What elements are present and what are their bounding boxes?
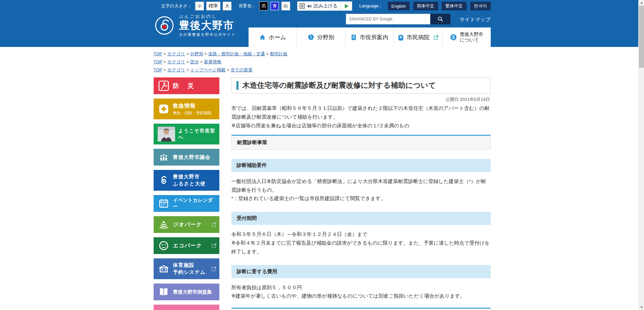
sidebar-label: 救急情報 救急・消防・市民病院 (173, 103, 212, 116)
sidebar-item-bousai[interactable]: 防 災 (154, 77, 219, 94)
read-aloud-label: 読み上げる (314, 3, 337, 9)
sidebar-label: イベントカレンダー (173, 197, 217, 210)
read-aloud-button[interactable]: 読み上げる (306, 2, 341, 10)
section-heading-kaishu: 耐震改修事業 (231, 308, 491, 310)
page-title: 木造住宅等の耐震診断及び耐震改修に対する補助について (236, 81, 486, 90)
breadcrumb-row-1: TOPカテゴリ分野別道路・都市計画・地籍・交通都市計画 (154, 50, 491, 58)
sidebar-item-event-calendar[interactable]: イベントカレンダー (154, 195, 219, 212)
ecopark-icon (158, 240, 170, 251)
evacuation-runner-icon (158, 80, 170, 91)
language-simplified-chinese-button[interactable]: 简体中文 (413, 2, 438, 10)
site-logo[interactable]: ぶんごおおのし 豊後大野市 大分県豊後大野市公式サイト (154, 13, 236, 37)
subsection-text: 令和３年５月６日（木）～令和３年１２月２４日（金）まで ※令和４年２月末までに完… (231, 230, 491, 256)
info-icon (308, 34, 314, 41)
breadcrumb-link[interactable]: カテゴリ (167, 59, 190, 64)
breadcrumb-row-3: TOPカテゴリトップページ掲載全ての新着 (154, 66, 491, 74)
site-tagline: 大分県豊後大野市公式サイト (179, 32, 236, 37)
sidebar-label: 体育施設 予約システム (173, 262, 206, 275)
sidebar-item-kyukyu[interactable]: 救急情報 救急・消防・市民病院 (154, 99, 219, 119)
subheading-hojo-yoken: 診断補助要件 (231, 159, 491, 172)
sidebar-label: ようこそ市長室へ (178, 128, 217, 140)
breadcrumb-link[interactable]: 都市計画 (270, 51, 287, 56)
bg-black-button[interactable]: 黒 (259, 2, 268, 10)
home-icon (259, 34, 266, 41)
text-size-small-button[interactable]: 小 (195, 2, 204, 10)
sidebar-item-gym-reservation[interactable]: 体育施設 予約システム (154, 258, 219, 279)
text-size-standard-button[interactable]: 標準 (206, 2, 220, 10)
sidebar-label: 豊後大野市例規集 (173, 289, 212, 295)
nav-item-cityhall[interactable]: 市役所案内 (345, 27, 394, 47)
sidebar-item-ecopark[interactable]: エコパーク (154, 237, 219, 254)
speaker-icon (307, 4, 312, 9)
nav-item-category[interactable]: 分野別 (297, 27, 345, 47)
scrollbar-thumb[interactable] (639, 6, 644, 68)
city-logo-icon (158, 175, 170, 186)
sidebar-item-gikai[interactable]: 豊後大野市議会 (154, 149, 219, 166)
language-traditional-chinese-button[interactable]: 繁体中文 (442, 2, 467, 10)
breadcrumb-link[interactable]: 道路・都市計画・地籍・交通 (208, 51, 270, 56)
breadcrumb-link[interactable]: TOP (154, 67, 167, 72)
site-name-furigana: ぶんごおおのし (179, 13, 236, 19)
site-name: 豊後大野市 (179, 20, 236, 31)
text-size-large-button[interactable]: 大 (223, 2, 231, 10)
nav-item-hospital[interactable]: 市民病院 (393, 27, 442, 47)
nav-item-home[interactable]: ホーム (249, 27, 297, 47)
external-link-icon (212, 266, 217, 271)
breadcrumb-link[interactable]: 新着情報 (204, 59, 221, 64)
scrollbar-up-arrow[interactable] (639, 0, 644, 5)
sidebar-item-geopark[interactable]: ジオパーク (154, 216, 219, 233)
breadcrumb-link[interactable]: トップページ掲載 (190, 67, 230, 72)
language-label: Language： (359, 3, 383, 9)
nav-hospital-label: 市民病院 (407, 34, 430, 41)
sidebar-label: 豊後大野市議会 (173, 154, 211, 161)
sidebar-item-furusato-taishi[interactable]: 豊後大野市 ふるさと大使 (154, 170, 219, 191)
sidebar-item-reikishu[interactable]: 豊後大野市例規集 (154, 284, 219, 300)
accessibility-bar: 文字の大きさ： 小 標準 大 背景色： 黒 青 白 読み上げる Language… (0, 0, 644, 12)
document-lines-icon (300, 3, 305, 9)
document-icon (351, 34, 357, 41)
nav-home-label: ホーム (269, 34, 286, 41)
read-aloud-widget: 読み上げる (297, 1, 352, 11)
medical-cross-icon (397, 34, 404, 41)
sidebar: 防 災 救急情報 救急・消防・市民病院 ようこそ市長室へ (154, 77, 219, 310)
sidebar-item-mayor[interactable]: ようこそ市長室へ (154, 124, 219, 144)
breadcrumb-link[interactable]: 区分 (190, 59, 204, 64)
paragraph-note: ※建築年が著しく古いものや、建物の形が複雑なものについては別途ご負担いただく場合… (231, 292, 491, 300)
geopark-icon (158, 219, 170, 230)
breadcrumbs: TOPカテゴリ分野別道路・都市計画・地籍・交通都市計画 TOPカテゴリ区分新着情… (154, 47, 491, 74)
language-english-button[interactable]: English (388, 2, 410, 10)
search-input[interactable] (346, 14, 430, 24)
breadcrumb-link[interactable]: カテゴリ (167, 51, 190, 56)
mayor-photo (158, 127, 175, 141)
paragraph-note: *：登録されている建築士の一覧は市役所建設課にて閲覧できます。 (231, 194, 491, 203)
external-link-icon (212, 222, 217, 227)
article-intro: 市では、旧耐震基準（昭和５６年５月３１日以前）で建築された２階以下の木造住宅（木… (231, 104, 491, 130)
sidebar-label: 防 災 (173, 82, 195, 90)
breadcrumb-link[interactable]: 分野別 (190, 51, 208, 56)
subsection-text: 所有者負担は原則５，５００円 ※建築年が著しく古いものや、建物の形が複雑なものに… (231, 283, 491, 301)
scrollbar-down-arrow[interactable] (639, 305, 644, 310)
breadcrumb-link[interactable]: カテゴリ (167, 67, 190, 72)
page: 文字の大きさ： 小 標準 大 背景色： 黒 青 白 読み上げる Language… (0, 0, 644, 310)
calendar-icon (158, 198, 170, 208)
bg-blue-button[interactable]: 青 (270, 2, 279, 10)
breadcrumb-link[interactable]: TOP (154, 51, 167, 56)
subheading-hiyou: 診断に要する費用 (231, 265, 491, 278)
nav-cityhall-label: 市役所案内 (360, 34, 388, 41)
search-button[interactable] (430, 14, 450, 24)
sidebar-label: エコパーク (173, 242, 202, 249)
breadcrumb-link[interactable]: TOP (154, 59, 167, 64)
paragraph-note: ※令和４年２月末までに完了報告及び補助金の請求ができるものに限ります。また、予算… (231, 239, 491, 256)
sitemap-link[interactable]: サイトマップ (460, 16, 490, 23)
bg-white-button[interactable]: 白 (281, 2, 290, 10)
nav-category-label: 分野別 (317, 34, 334, 41)
published-date: 公開日 2021年5月14日 (232, 97, 490, 103)
article: 木造住宅等の耐震診断及び耐震改修に対する補助について 公開日 2021年5月14… (231, 77, 491, 310)
bg-color-label: 背景色： (238, 3, 256, 9)
play-button[interactable] (341, 2, 352, 10)
language-korean-button[interactable]: 한국어 (470, 2, 491, 10)
nav-item-about-city[interactable]: 豊後大野市 について (442, 27, 491, 47)
breadcrumb-link[interactable]: 全ての新着 (230, 67, 253, 72)
subheading-uketsuke-kikan: 受付期間 (231, 212, 491, 225)
sidebar-item-kosodate[interactable]: 豊後大野市 (154, 305, 219, 310)
